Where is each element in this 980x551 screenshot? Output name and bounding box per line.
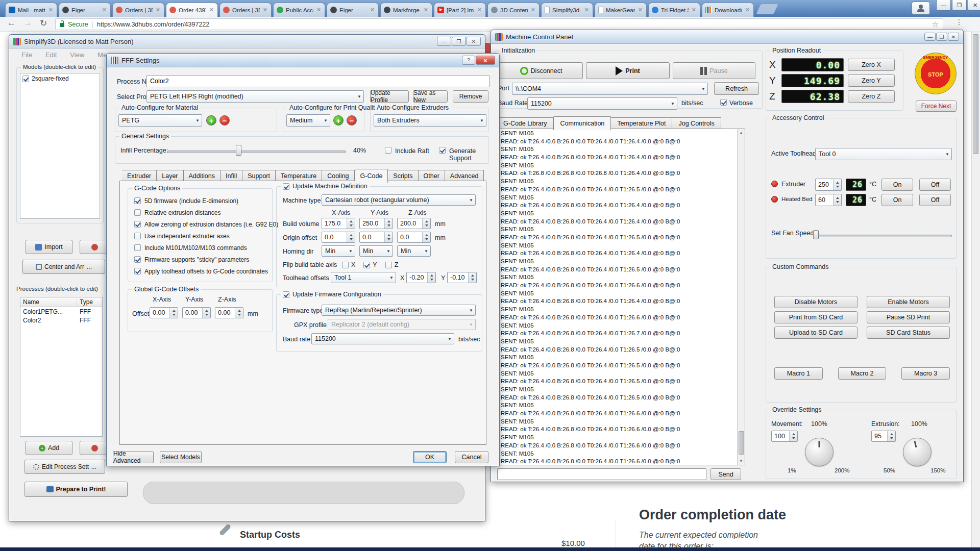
browser-tab[interactable]: Orders | 3D ✕ — [112, 3, 164, 17]
pause-button[interactable]: Pause — [673, 62, 755, 79]
process-row[interactable]: Color2 FFF — [20, 316, 102, 324]
custom-command-button[interactable]: Disable Motors — [774, 296, 857, 308]
movement-spinner[interactable]: 100 — [771, 431, 798, 442]
fff-tab[interactable]: Cooling — [322, 170, 354, 182]
gcode-command-input[interactable] — [497, 468, 706, 480]
fff-baud-rate-dropdown[interactable]: 115200▼ — [311, 333, 454, 344]
tab-close-icon[interactable]: ✕ — [423, 7, 429, 13]
tab-close-icon[interactable]: ✕ — [370, 7, 375, 13]
gcode-option-checkbox[interactable] — [134, 197, 141, 204]
tab-close-icon[interactable]: ✕ — [209, 7, 214, 13]
update-machine-definition-checkbox[interactable] — [283, 183, 289, 190]
update-profile-button[interactable]: Update Profile — [370, 90, 409, 103]
select-models-button[interactable]: Select Models — [160, 451, 202, 463]
forward-icon[interactable]: → — [23, 18, 32, 28]
s3d-restore-button[interactable]: ❐ — [452, 37, 466, 46]
gcode-option-checkbox[interactable] — [134, 268, 141, 274]
send-button[interactable]: Send — [710, 468, 741, 480]
gcode-option-checkbox[interactable] — [134, 256, 141, 263]
emergency-stop-button[interactable]: EMERGENCY STOP — [915, 53, 957, 94]
mcp-minimize-button[interactable]: — — [924, 33, 936, 41]
machine-type-dropdown[interactable]: Cartesian robot (rectangular volume)▼ — [322, 194, 476, 206]
remove-quality-button[interactable]: − — [347, 115, 357, 126]
tab-close-icon[interactable]: ✕ — [691, 7, 697, 13]
browser-tab[interactable]: Downloads ✕ — [702, 3, 754, 17]
heated-bed-off-button[interactable]: Off — [919, 194, 951, 206]
extruder-on-button[interactable]: On — [881, 179, 913, 191]
gcode-option-checkbox[interactable] — [134, 221, 141, 228]
macro-button[interactable]: Macro 1 — [774, 367, 823, 380]
models-list[interactable]: 2square-fixed — [20, 73, 100, 219]
scroll-up-icon[interactable]: ▲ — [738, 129, 745, 137]
model-checkbox[interactable] — [22, 76, 29, 82]
center-and-arrange-button[interactable]: Center and Arr... — [22, 260, 105, 274]
log-scrollbar[interactable]: ▲ ▼ — [737, 129, 745, 465]
gcode-option-checkbox[interactable] — [134, 233, 141, 239]
generate-support-checkbox[interactable] — [439, 147, 446, 154]
print-button[interactable]: Print — [586, 62, 670, 79]
remove-material-button[interactable]: − — [219, 115, 230, 126]
zero-axis-button[interactable]: Zero Y — [848, 74, 895, 87]
update-firmware-config-checkbox[interactable] — [283, 291, 289, 298]
process-table[interactable]: Name Type Color1PETG... FFF Color2 FFF — [20, 297, 103, 437]
browser-close-button[interactable]: ✕ — [968, 0, 980, 11]
fff-tab[interactable]: Extruder — [122, 170, 157, 182]
tab-close-icon[interactable]: ✕ — [477, 7, 482, 13]
menu-item[interactable]: File — [21, 51, 32, 59]
tab-close-icon[interactable]: ✕ — [530, 7, 536, 13]
bookmark-star-icon[interactable]: ☆ — [932, 20, 939, 29]
page-scrollbar-thumb[interactable] — [973, 34, 978, 154]
port-dropdown[interactable]: \\.\COM4▼ — [512, 83, 708, 95]
heated-bed-temp-spinner[interactable]: 60 — [815, 194, 842, 206]
include-raft-checkbox[interactable] — [385, 147, 391, 154]
communication-log[interactable]: SENT: M105READ: ok T:26.4 /0.0 B:26.8 /0… — [497, 129, 745, 465]
address-bar[interactable]: Secure | https://www.3dhubs.com/order/43… — [55, 18, 943, 30]
fff-tab[interactable]: Scripts — [388, 170, 418, 182]
simplify3d-titlebar[interactable]: Simplify3D (Licensed to Matt Person) — ❐… — [9, 35, 485, 48]
tab-close-icon[interactable]: ✕ — [638, 7, 643, 13]
browser-tab[interactable]: [Part 2] Imp ✕ — [434, 3, 486, 17]
tab-close-icon[interactable]: ✕ — [48, 7, 54, 13]
movement-knob[interactable] — [805, 438, 834, 466]
origin-y-spinner[interactable]: 0.0 — [359, 232, 393, 243]
ok-button[interactable]: OK — [413, 451, 447, 463]
browser-tab[interactable]: Public Acce ✕ — [273, 3, 325, 17]
prepare-to-print-button[interactable]: Prepare to Print! — [24, 482, 128, 497]
tab-close-icon[interactable]: ✕ — [316, 7, 322, 13]
extrusion-spinner[interactable]: 95 — [871, 431, 896, 442]
homing-x-dropdown[interactable]: Min▼ — [322, 245, 355, 257]
extruders-dropdown[interactable]: Both Extruders▼ — [374, 114, 486, 127]
disconnect-button[interactable]: Disconnect — [499, 62, 583, 79]
browser-tab[interactable]: Markforge ✕ — [380, 3, 432, 17]
fff-tab[interactable]: Additions — [184, 170, 220, 182]
tab-close-icon[interactable]: ✕ — [262, 7, 268, 13]
gcode-option-checkbox[interactable] — [134, 244, 141, 251]
custom-command-button[interactable]: Enable Motors — [867, 296, 950, 308]
browser-tab[interactable]: Simplify3d- ✕ — [541, 3, 593, 17]
menu-item[interactable]: Edit — [45, 51, 57, 59]
save-as-new-button[interactable]: Save as New — [413, 90, 448, 103]
hide-advanced-button[interactable]: Hide Advanced — [113, 451, 154, 463]
zero-axis-button[interactable]: Zero X — [848, 59, 895, 71]
extruder-off-button[interactable]: Off — [919, 179, 951, 191]
offset-y-spinner[interactable]: 0.00 — [182, 307, 211, 318]
custom-command-button[interactable]: SD Card Status — [867, 327, 950, 339]
toolhead-x-spinner[interactable]: -0.20 — [406, 272, 436, 283]
macro-button[interactable]: Macro 3 — [901, 367, 950, 380]
gcode-option-checkbox[interactable] — [134, 209, 141, 216]
browser-tab[interactable]: 3D Content ✕ — [487, 3, 540, 17]
select-profile-dropdown[interactable]: PETG Left HIPS Right (modified)▼ — [146, 90, 364, 103]
add-process-button[interactable]: + Add — [26, 441, 72, 455]
s3d-close-button[interactable]: ✕ — [467, 37, 481, 46]
process-name-input[interactable] — [146, 75, 489, 87]
refresh-icon[interactable]: ↻ — [40, 18, 47, 29]
flip-axis-checkbox[interactable] — [342, 262, 349, 268]
fff-tab[interactable]: Layer — [157, 170, 183, 182]
log-scrollbar-thumb[interactable] — [739, 431, 744, 455]
remove-profile-button[interactable]: Remove — [453, 90, 488, 103]
add-quality-button[interactable]: + — [333, 115, 344, 126]
custom-command-button[interactable]: Pause SD Print — [867, 311, 950, 323]
browser-tab[interactable]: Eiger ✕ — [59, 3, 111, 17]
refresh-button[interactable]: Refresh — [714, 82, 759, 95]
fan-speed-slider-track[interactable] — [815, 235, 952, 237]
